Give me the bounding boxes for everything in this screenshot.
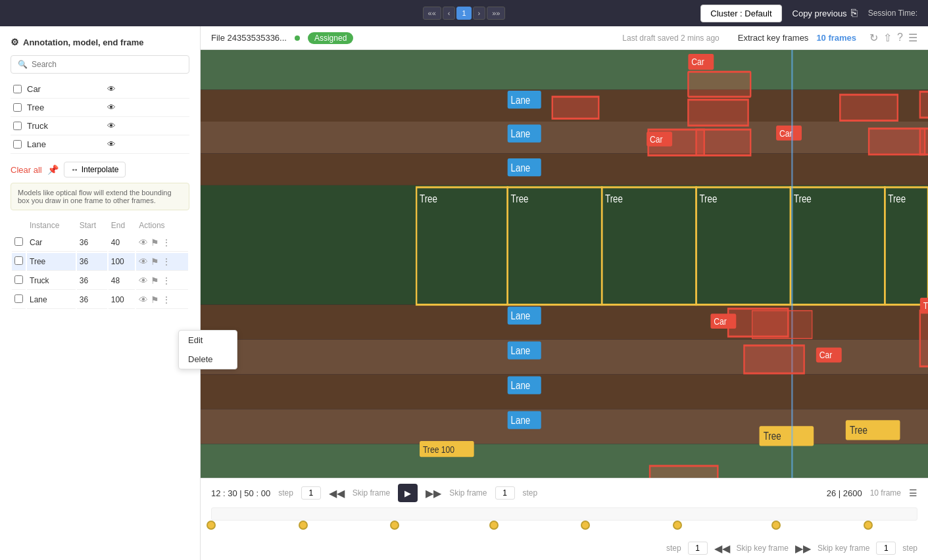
- visibility-icon[interactable]: 👁: [139, 275, 148, 286]
- svg-text:Lane: Lane: [511, 161, 531, 174]
- row-car-checkbox[interactable]: [14, 237, 23, 246]
- more-icon[interactable]: ⋮: [162, 237, 171, 248]
- sidebar: ⚙ Annotation, model, end frame 🔍 Car 👁 T…: [0, 26, 201, 560]
- row-lane-checkbox[interactable]: [14, 294, 23, 303]
- skip-keyframe-label2: Skip key frame: [818, 544, 869, 553]
- instances-table: Instance Start End Actions Car 36 40 👁 ⚑…: [11, 217, 189, 310]
- canvas-area[interactable]: Tree Tree Tree Tree Tree Tree Tree Tree: [201, 50, 928, 478]
- car-checkbox[interactable]: [13, 85, 22, 93]
- skip-key-back-icon: ◀◀: [714, 543, 730, 554]
- more-icon[interactable]: ⋮: [162, 294, 171, 305]
- svg-text:Lane: Lane: [511, 93, 531, 106]
- extract-keyframes-button[interactable]: Extract key frames: [738, 33, 809, 43]
- svg-rect-49: [552, 97, 598, 118]
- svg-text:Tree: Tree: [699, 192, 717, 204]
- bookmark-icon[interactable]: ⚑: [151, 237, 159, 248]
- svg-text:Tree: Tree: [850, 424, 867, 436]
- lane-visibility-icon[interactable]: 👁: [107, 139, 187, 149]
- frame-size: 10 frame: [870, 488, 901, 498]
- help-icon[interactable]: ?: [897, 32, 903, 44]
- play-icon: ▶: [404, 488, 411, 498]
- frame-next-btn[interactable]: ›: [473, 7, 486, 20]
- keyframe-dot[interactable]: [673, 521, 682, 530]
- visibility-icon[interactable]: 👁: [139, 237, 148, 248]
- lane-checkbox[interactable]: [13, 140, 22, 149]
- tree-visibility-icon[interactable]: 👁: [107, 103, 187, 112]
- skip-key-forward-button[interactable]: ▶▶: [795, 542, 811, 555]
- frame-prev-btn[interactable]: ‹: [443, 7, 456, 20]
- frame-first-btn[interactable]: ««: [423, 7, 441, 20]
- instance-end: 100: [109, 253, 135, 271]
- skip-key-back-button[interactable]: ◀◀: [714, 542, 730, 555]
- svg-text:Car: Car: [819, 350, 833, 361]
- car-visibility-icon[interactable]: 👁: [107, 84, 187, 94]
- keyframe-dot[interactable]: [207, 521, 216, 530]
- session-time: Session Time:: [868, 9, 917, 18]
- search-input[interactable]: [32, 60, 182, 69]
- copy-previous-button[interactable]: Copy previous ⎘: [793, 7, 858, 19]
- frames-count: 10 frames: [816, 33, 856, 43]
- svg-text:Car: Car: [779, 128, 793, 139]
- instance-name: Truck: [27, 272, 76, 290]
- svg-text:Lane: Lane: [511, 414, 531, 427]
- skip-frame-back-button[interactable]: ◀◀: [329, 487, 345, 500]
- clear-all-row: Clear all 📌 ↔ Interpolate: [11, 162, 189, 177]
- frame-current-btn[interactable]: 1: [456, 7, 471, 20]
- bookmark-icon[interactable]: ⚑: [151, 275, 159, 286]
- share-icon[interactable]: ⇧: [883, 32, 892, 44]
- row-tree-checkbox[interactable]: [14, 256, 23, 265]
- tree-checkbox[interactable]: [13, 103, 22, 112]
- annotation-canvas[interactable]: Tree Tree Tree Tree Tree Tree Tree Tree: [201, 50, 928, 478]
- interpolate-button[interactable]: ↔ Interpolate: [64, 162, 126, 177]
- svg-rect-57: [920, 311, 928, 367]
- skip-key-fwd-icon: ▶▶: [795, 543, 811, 554]
- assigned-badge: Assigned: [308, 32, 353, 44]
- truck-checkbox[interactable]: [13, 122, 22, 130]
- cluster-button[interactable]: Cluster : Default: [700, 5, 781, 22]
- keyframe-dot[interactable]: [390, 521, 399, 530]
- timeline-ruler[interactable]: 0 1 2 3 4 5 6 7: [211, 507, 917, 538]
- more-icon[interactable]: ⋮: [162, 256, 171, 267]
- timeline-area: 12 : 30 | 50 : 00 step ◀◀ Skip frame ▶ ▶…: [201, 478, 928, 560]
- instance-name: Lane: [27, 291, 76, 309]
- keyframe-dot[interactable]: [299, 521, 308, 530]
- keyframe-dot[interactable]: [489, 521, 499, 530]
- svg-rect-60: [840, 95, 898, 120]
- row-truck-checkbox[interactable]: [14, 275, 23, 284]
- keyframe-dot[interactable]: [581, 521, 590, 530]
- visibility-icon[interactable]: 👁: [139, 256, 148, 267]
- step-input[interactable]: [301, 486, 321, 500]
- pin-icon: 📌: [47, 164, 59, 175]
- settings-icon[interactable]: ☰: [908, 32, 917, 44]
- timeline-track[interactable]: [211, 507, 917, 521]
- keyframe-dot[interactable]: [864, 521, 873, 530]
- step-label: step: [278, 488, 293, 498]
- table-row: Lane 36 100 👁 ⚑ ⋮: [12, 291, 188, 309]
- refresh-icon[interactable]: ↻: [869, 32, 878, 44]
- step-input2[interactable]: [495, 486, 515, 500]
- context-menu-delete[interactable]: Delete: [179, 350, 237, 369]
- svg-rect-3: [201, 153, 928, 185]
- status-dot: [295, 35, 300, 41]
- step-label2: step: [523, 488, 538, 498]
- clear-all-button[interactable]: Clear all: [11, 165, 42, 175]
- playback-controls: 12 : 30 | 50 : 00 step ◀◀ Skip frame ▶ ▶…: [211, 484, 917, 502]
- instance-end: 48: [109, 272, 135, 290]
- keyframe-dot[interactable]: [771, 521, 781, 530]
- settings-icon2[interactable]: ☰: [909, 488, 917, 498]
- play-button[interactable]: ▶: [398, 484, 418, 502]
- step-key-input2[interactable]: [876, 542, 896, 555]
- bookmark-icon[interactable]: ⚑: [151, 294, 159, 305]
- frame-last-btn[interactable]: »»: [487, 7, 505, 20]
- svg-rect-5: [201, 305, 928, 340]
- visibility-icon[interactable]: 👁: [139, 294, 148, 305]
- truck-visibility-icon[interactable]: 👁: [107, 121, 187, 131]
- context-menu-edit[interactable]: Edit: [179, 331, 237, 350]
- svg-text:Tree: Tree: [511, 192, 529, 204]
- svg-text:Tree: Tree: [794, 192, 812, 204]
- time-display: 12 : 30 | 50 : 00: [211, 488, 270, 498]
- step-key-input[interactable]: [688, 542, 708, 555]
- skip-forward-button[interactable]: ▶▶: [426, 487, 441, 500]
- bookmark-icon[interactable]: ⚑: [151, 256, 159, 267]
- more-icon[interactable]: ⋮: [162, 275, 171, 286]
